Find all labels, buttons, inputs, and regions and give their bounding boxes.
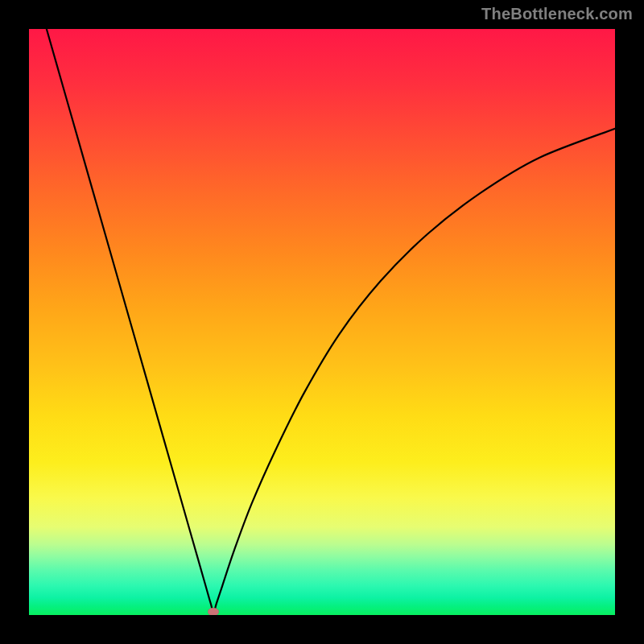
watermark-text: TheBottleneck.com [481,5,633,23]
bottleneck-curve [29,29,615,615]
plot-area [29,29,615,615]
chart-frame: TheBottleneck.com [0,0,644,644]
minimum-marker [208,608,219,615]
